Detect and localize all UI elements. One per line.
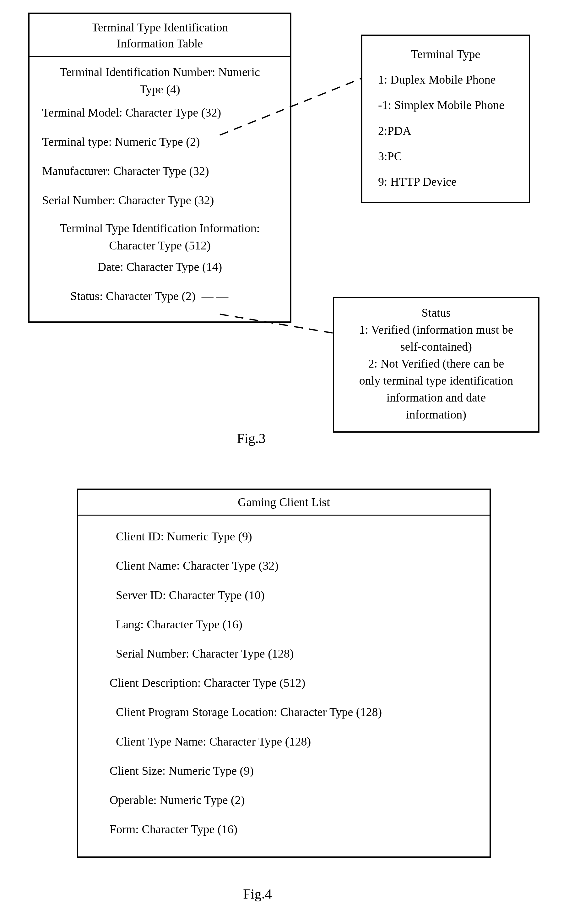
item-text: 2:PDA [378,124,411,137]
dash-lead: — — [198,289,228,302]
field-text: Client Name: Character Type (32) [116,559,278,572]
field-row: Client ID: Numeric Type (9) [78,522,489,551]
status-line: 1: Verified (information must be [340,322,532,338]
field-text: Character Type (512) [109,239,211,252]
terminal-info-table-title: Terminal Type Identification Information… [30,14,290,57]
item-text: -1: Simplex Mobile Phone [378,98,504,112]
field-text: Client Description: Character Type (512) [110,676,305,689]
terminal-type-box: Terminal Type 1: Duplex Mobile Phone -1:… [361,35,530,203]
list-item: 2:PDA [363,117,529,142]
field-row-terminal-type: Terminal type: Numeric Type (2) [30,127,290,157]
list-item: -1: Simplex Mobile Phone [363,91,529,117]
status-title: Status [340,304,532,322]
field-text: Client ID: Numeric Type (9) [116,530,252,543]
title-text: Gaming Client List [238,495,330,509]
gaming-client-list-title: Gaming Client List [78,490,489,516]
field-text: Serial Number: Character Type (32) [42,193,214,207]
field-text: Terminal type: Numeric Type (2) [42,135,200,148]
field-text: Terminal Model: Character Type (32) [42,106,221,119]
list-item: 3:PC [363,142,529,168]
title-text: Terminal Type [411,48,480,61]
field-row: Client Name: Character Type (32) [78,551,489,580]
field-text: Status: Character Type (2) [70,289,196,302]
field-row: Client Size: Numeric Type (9) [78,756,489,785]
list-item: 1: Duplex Mobile Phone [363,66,529,91]
field-text: Client Type Name: Character Type (128) [116,735,311,748]
field-row-status: Status: Character Type (2) — — [30,282,290,314]
field-text: Terminal Type Identification Information… [60,221,260,235]
field-text: Type (4) [139,82,180,96]
field-row: Date: Character Type (14) [30,254,290,282]
field-row: Client Program Storage Location: Charact… [78,698,489,727]
terminal-info-table-body: Terminal Identification Number: Numeric … [30,57,290,322]
status-box: Status 1: Verified (information must be … [333,297,539,432]
status-line: 2: Not Verified (there can be [340,355,532,372]
field-text: Client Program Storage Location: Charact… [116,705,382,719]
item-text: 1: Duplex Mobile Phone [378,73,496,86]
terminal-type-title: Terminal Type [363,43,529,66]
field-text: Serial Number: Character Type (128) [116,647,293,660]
field-text: Form: Character Type (16) [110,823,237,836]
field-row: Server ID: Character Type (10) [78,581,489,610]
item-text: 9: HTTP Device [378,175,456,188]
item-text: 3:PC [378,150,402,163]
status-line: only terminal type identification [340,372,532,389]
gaming-client-list-box: Gaming Client List Client ID: Numeric Ty… [77,488,491,858]
field-text: Operable: Numeric Type (2) [110,793,245,807]
field-row: Serial Number: Character Type (32) [30,186,290,215]
field-row: Client Type Name: Character Type (128) [78,727,489,756]
field-row: Operable: Numeric Type (2) [78,785,489,815]
field-row: Serial Number: Character Type (128) [78,639,489,668]
figure-label: Fig.3 [220,431,283,446]
field-row: Terminal Model: Character Type (32) [30,98,290,127]
figure-label: Fig.4 [226,886,289,902]
list-item: 9: HTTP Device [363,168,529,193]
field-row: Terminal Identification Number: Numeric … [30,61,290,98]
field-text: Client Size: Numeric Type (9) [110,764,254,777]
field-text: Date: Character Type (14) [98,260,222,273]
terminal-info-table-box: Terminal Type Identification Information… [28,13,292,323]
title-line: Information Table [117,37,203,50]
status-line: information) [340,406,532,423]
title-line: Terminal Type Identification [91,21,228,34]
field-text: Manufacturer: Character Type (32) [42,164,209,178]
field-row: Form: Character Type (16) [78,815,489,844]
field-text: Server ID: Character Type (10) [116,589,265,602]
field-row: Client Description: Character Type (512) [78,668,489,698]
status-line: information and date [340,389,532,406]
field-text: Terminal Identification Number: Numeric [60,65,260,79]
title-text: Status [422,306,451,319]
field-text: Lang: Character Type (16) [116,618,242,631]
field-row: Terminal Type Identification Information… [30,215,290,254]
status-line: self-contained) [340,338,532,355]
field-row: Manufacturer: Character Type (32) [30,157,290,186]
field-row: Lang: Character Type (16) [78,610,489,639]
